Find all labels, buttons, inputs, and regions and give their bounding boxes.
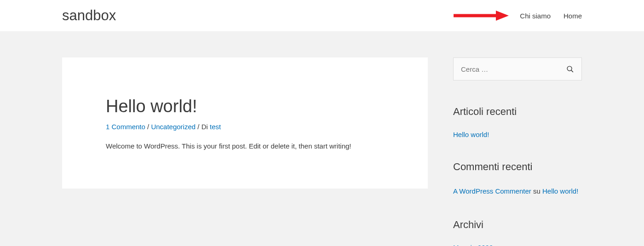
post-comments-link[interactable]: 1 Commento	[106, 123, 145, 131]
widget-title: Commenti recenti	[453, 161, 582, 173]
widget-title: Articoli recenti	[453, 106, 582, 118]
list-item: A WordPress Commenter su Hello world!	[453, 186, 582, 197]
post-author-by: Di	[201, 123, 210, 131]
site-title[interactable]: sandbox	[62, 7, 116, 24]
comment-on-label: su	[531, 187, 542, 195]
meta-separator: /	[196, 123, 201, 131]
arrow-icon	[454, 11, 509, 21]
post-title[interactable]: Hello world!	[106, 97, 384, 116]
search-icon	[566, 65, 574, 73]
post-meta: 1 Commento / Uncategorized / Di test	[106, 123, 384, 131]
meta-separator: /	[145, 123, 151, 131]
widget-title: Archivi	[453, 219, 582, 231]
post-author-link[interactable]: test	[210, 123, 221, 131]
main-nav: Chi siamo Home	[454, 11, 582, 21]
search-button[interactable]	[566, 65, 574, 73]
annotation-arrow	[454, 11, 509, 21]
comment-post-link[interactable]: Hello world!	[542, 187, 578, 195]
svg-marker-1	[496, 11, 509, 21]
site-header: sandbox Chi siamo Home	[0, 0, 644, 31]
nav-link-home[interactable]: Home	[564, 12, 582, 20]
svg-line-3	[571, 70, 573, 72]
search-input[interactable]	[461, 65, 566, 73]
content-wrapper: Hello world! 1 Commento / Uncategorized …	[0, 31, 644, 246]
list-item: Hello world!	[453, 131, 582, 139]
widget-archives: Archivi Maggio 2020	[453, 219, 582, 246]
widget-recent-posts: Articoli recenti Hello world!	[453, 106, 582, 139]
post-category-link[interactable]: Uncategorized	[151, 123, 196, 131]
comment-author-link[interactable]: A WordPress Commenter	[453, 187, 531, 195]
archive-link[interactable]: Maggio 2020	[453, 244, 493, 246]
list-item: Maggio 2020	[453, 244, 582, 246]
post-body: Welcome to WordPress. This is your first…	[106, 141, 384, 152]
recent-post-link[interactable]: Hello world!	[453, 131, 489, 138]
nav-link-chi-siamo[interactable]: Chi siamo	[520, 12, 551, 20]
search-box	[453, 57, 582, 80]
widget-recent-comments: Commenti recenti A WordPress Commenter s…	[453, 161, 582, 197]
svg-point-2	[567, 66, 572, 71]
sidebar: Articoli recenti Hello world! Commenti r…	[453, 57, 582, 246]
post-card: Hello world! 1 Commento / Uncategorized …	[62, 57, 428, 189]
